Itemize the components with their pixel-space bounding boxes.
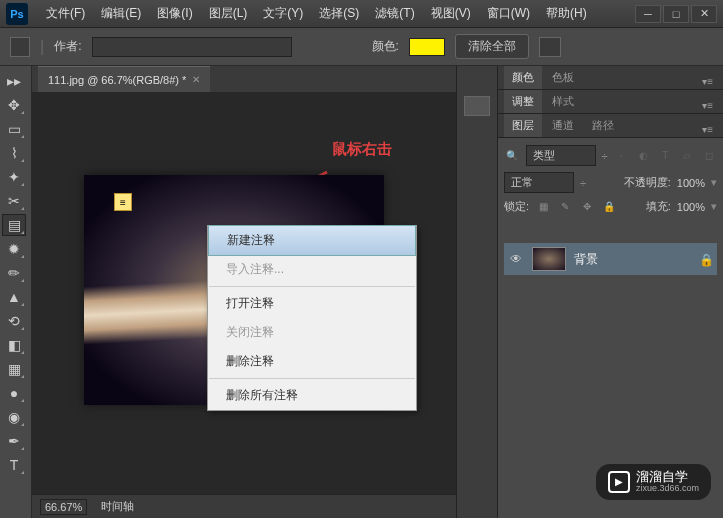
play-icon: ▶ (608, 471, 630, 493)
panels: 颜色 色板 ▾≡ 调整 样式 ▾≡ 图层 通道 路径 ▾≡ 🔍 类型 ÷ ▫ ◐… (498, 66, 723, 518)
lock-label: 锁定: (504, 199, 529, 214)
options-bar: | 作者: 颜色: 清除全部 (0, 28, 723, 66)
panel-menu-icon[interactable]: ▾≡ (698, 98, 717, 113)
visibility-eye-icon[interactable]: 👁 (510, 252, 524, 266)
ctx-open-note[interactable]: 打开注释 (208, 289, 416, 318)
context-menu: 新建注释 导入注释... 打开注释 关闭注释 删除注释 删除所有注释 (207, 225, 417, 411)
zoom-input[interactable]: 66.67% (40, 499, 87, 515)
panel-menu-icon[interactable]: ▾≡ (698, 74, 717, 89)
maximize-button[interactable]: □ (663, 5, 689, 23)
note-annotation-icon[interactable]: ≡ (114, 193, 132, 211)
layer-name: 背景 (574, 251, 598, 268)
status-bar: 66.67% 时间轴 (32, 494, 456, 518)
menu-image[interactable]: 图像(I) (149, 1, 200, 26)
filter-smart-icon[interactable]: ◻ (701, 149, 717, 163)
gradient-tool[interactable]: ▦ (2, 358, 26, 380)
ctx-separator (209, 286, 415, 287)
tab-adjustments[interactable]: 调整 (504, 90, 542, 113)
menu-bar: 文件(F) 编辑(E) 图像(I) 图层(L) 文字(Y) 选择(S) 滤镜(T… (38, 1, 635, 26)
ctx-separator (209, 378, 415, 379)
right-dock (456, 66, 498, 518)
menu-type[interactable]: 文字(Y) (255, 1, 311, 26)
filter-kind-select[interactable]: 类型 (526, 145, 596, 166)
menu-layer[interactable]: 图层(L) (201, 1, 256, 26)
ctx-delete-note[interactable]: 删除注释 (208, 347, 416, 376)
lock-all-icon[interactable]: 🔒 (601, 200, 617, 214)
watermark-title: 溜溜自学 (636, 470, 699, 484)
blend-mode-select[interactable]: 正常 (504, 172, 574, 193)
move-tool[interactable]: ✥ (2, 94, 26, 116)
ctx-delete-all-notes[interactable]: 删除所有注释 (208, 381, 416, 410)
tool-panel: ▸▸ ✥ ▭ ⌇ ✦ ✂ ▤ ✹ ✏ ▲ ⟲ ◧ ▦ ● ◉ ✒ T (0, 66, 32, 518)
options-note-panel-button[interactable] (539, 37, 561, 57)
brush-tool[interactable]: ✏ (2, 262, 26, 284)
close-button[interactable]: ✕ (691, 5, 717, 23)
opacity-label: 不透明度: (624, 175, 671, 190)
filter-pixel-icon[interactable]: ▫ (614, 149, 630, 163)
menu-filter[interactable]: 滤镜(T) (367, 1, 422, 26)
tab-swatches[interactable]: 色板 (544, 66, 582, 89)
ctx-new-note[interactable]: 新建注释 (208, 225, 416, 256)
doc-tab-close[interactable]: ✕ (192, 74, 200, 85)
healing-tool[interactable]: ✹ (2, 238, 26, 260)
lock-position-icon[interactable]: ✥ (579, 200, 595, 214)
watermark: ▶ 溜溜自学 zixue.3d66.com (596, 464, 711, 500)
color-swatch[interactable] (409, 38, 445, 56)
dodge-tool[interactable]: ◉ (2, 406, 26, 428)
menu-help[interactable]: 帮助(H) (538, 1, 595, 26)
color-label: 颜色: (372, 38, 399, 55)
fill-label: 填充: (646, 199, 671, 214)
crop-tool[interactable]: ✂ (2, 190, 26, 212)
ps-logo: Ps (6, 3, 28, 25)
doc-tabs: 111.jpg @ 66.7%(RGB/8#) * ✕ (32, 66, 456, 92)
layer-thumbnail[interactable] (532, 247, 566, 271)
timeline-tab[interactable]: 时间轴 (101, 499, 134, 514)
tab-color[interactable]: 颜色 (504, 66, 542, 89)
menu-view[interactable]: 视图(V) (423, 1, 479, 26)
type-tool[interactable]: T (2, 454, 26, 476)
blur-tool[interactable]: ● (2, 382, 26, 404)
menu-file[interactable]: 文件(F) (38, 1, 93, 26)
layer-row-background[interactable]: 👁 背景 🔒 (504, 243, 717, 275)
history-brush-tool[interactable]: ⟲ (2, 310, 26, 332)
opacity-value[interactable]: 100% (677, 177, 705, 189)
lock-pixels-icon[interactable]: ✎ (557, 200, 573, 214)
author-input[interactable] (92, 37, 292, 57)
marquee-tool[interactable]: ▭ (2, 118, 26, 140)
annotation-right-click: 鼠标右击 (332, 140, 392, 159)
lock-transparency-icon[interactable]: ▦ (535, 200, 551, 214)
doc-tab-title: 111.jpg @ 66.7%(RGB/8#) * (48, 74, 186, 86)
menu-edit[interactable]: 编辑(E) (93, 1, 149, 26)
magic-wand-tool[interactable]: ✦ (2, 166, 26, 188)
tab-layers[interactable]: 图层 (504, 114, 542, 137)
doc-tab[interactable]: 111.jpg @ 66.7%(RGB/8#) * ✕ (38, 66, 210, 92)
canvas-area[interactable]: 鼠标右击 ≡ 新建注释 导入注释... 打开注释 关闭注释 删除注释 删除所有注… (32, 92, 456, 518)
filter-shape-icon[interactable]: ▱ (679, 149, 695, 163)
dock-histogram-icon[interactable] (464, 96, 490, 116)
tab-styles[interactable]: 样式 (544, 90, 582, 113)
note-tool-icon[interactable] (10, 37, 30, 57)
expand-arrow-icon[interactable]: ▸▸ (2, 70, 26, 92)
minimize-button[interactable]: ─ (635, 5, 661, 23)
author-label: 作者: (54, 38, 81, 55)
tab-paths[interactable]: 路径 (584, 114, 622, 137)
search-icon: 🔍 (504, 149, 520, 163)
panel-menu-icon[interactable]: ▾≡ (698, 122, 717, 137)
watermark-url: zixue.3d66.com (636, 484, 699, 494)
menu-window[interactable]: 窗口(W) (479, 1, 538, 26)
ctx-close-note[interactable]: 关闭注释 (208, 318, 416, 347)
filter-type-icon[interactable]: T (657, 149, 673, 163)
note-tool[interactable]: ▤ (2, 214, 26, 236)
tab-channels[interactable]: 通道 (544, 114, 582, 137)
clear-all-button[interactable]: 清除全部 (455, 34, 529, 59)
fill-value[interactable]: 100% (677, 201, 705, 213)
ctx-import-note[interactable]: 导入注释... (208, 255, 416, 284)
lock-icon: 🔒 (699, 253, 711, 265)
filter-adjust-icon[interactable]: ◐ (635, 149, 651, 163)
lasso-tool[interactable]: ⌇ (2, 142, 26, 164)
eraser-tool[interactable]: ◧ (2, 334, 26, 356)
stamp-tool[interactable]: ▲ (2, 286, 26, 308)
pen-tool[interactable]: ✒ (2, 430, 26, 452)
menu-select[interactable]: 选择(S) (311, 1, 367, 26)
